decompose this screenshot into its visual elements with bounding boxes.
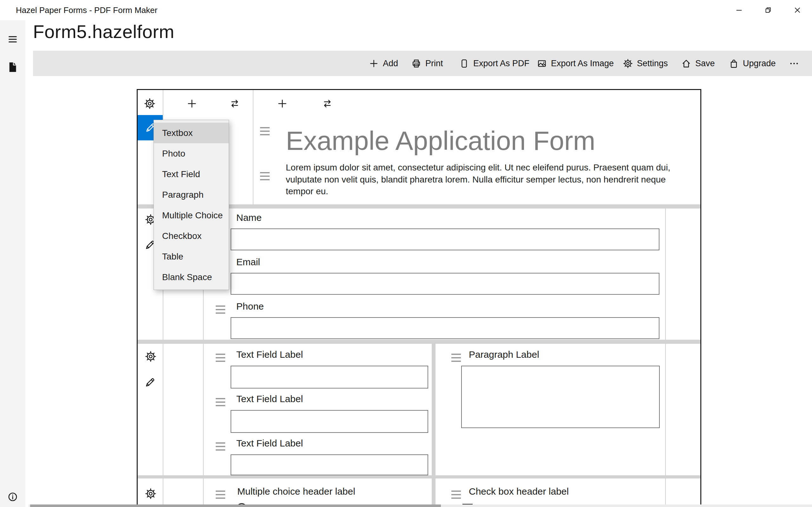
form-title-textbox[interactable]: Example Application Form	[286, 125, 595, 156]
upgrade-button[interactable]: Upgrade	[729, 51, 776, 76]
sidebar	[0, 20, 26, 507]
drag-handle[interactable]	[216, 398, 225, 406]
cell-divider	[665, 478, 666, 507]
section-settings-button[interactable]	[145, 351, 156, 362]
form-section-fields: Text Field Label Text Field Label Text F…	[138, 344, 700, 475]
plus-icon	[277, 98, 288, 109]
cell-divider	[163, 344, 163, 475]
cell-divider	[253, 90, 253, 205]
menu-item-text-field[interactable]: Text Field	[154, 164, 229, 184]
cell-divider	[665, 209, 666, 340]
close-icon	[794, 6, 801, 14]
text-field-box[interactable]	[231, 273, 659, 295]
sidebar-item-document[interactable]	[0, 56, 26, 78]
close-button[interactable]	[783, 0, 812, 20]
gear-icon	[623, 59, 633, 68]
text-field-box[interactable]	[231, 366, 428, 389]
section-settings-button[interactable]	[145, 488, 156, 499]
cell-divider	[665, 344, 666, 475]
sidebar-item-about[interactable]	[0, 486, 26, 507]
gear-icon	[145, 488, 156, 499]
hamburger-icon	[7, 34, 18, 45]
image-icon	[537, 59, 547, 68]
paragraph-field-box[interactable]	[461, 366, 660, 428]
gear-icon	[144, 98, 155, 109]
info-icon	[8, 492, 18, 502]
add-item-menu: Textbox Photo Text Field Paragraph Multi…	[154, 120, 229, 290]
add-button[interactable]: Add	[369, 51, 398, 76]
menu-item-blank-space[interactable]: Blank Space	[154, 267, 229, 287]
field-label[interactable]: Name	[236, 212, 262, 223]
save-button[interactable]: Save	[681, 51, 715, 76]
export-pdf-button-label: Export As PDF	[473, 59, 529, 68]
restore-icon	[764, 6, 772, 14]
section-settings-button[interactable]	[144, 98, 155, 109]
cell-divider	[203, 478, 204, 507]
swap-arrows-icon	[322, 98, 333, 109]
home-icon	[681, 59, 691, 68]
plus-icon	[187, 98, 197, 109]
hamburger-menu-button[interactable]	[0, 28, 26, 51]
field-label[interactable]: Text Field Label	[236, 349, 303, 360]
cell-divider	[203, 344, 204, 475]
reorder-column-button[interactable]	[229, 98, 240, 109]
add-item-button[interactable]	[277, 98, 288, 109]
document-icon	[459, 59, 469, 68]
field-label[interactable]: Email	[236, 257, 260, 268]
text-field-box[interactable]	[231, 317, 659, 339]
horizontal-scrollbar-thumb[interactable]	[30, 504, 441, 507]
printer-icon	[411, 59, 421, 68]
export-pdf-button[interactable]: Export As PDF	[459, 51, 529, 76]
checkbox-header-label[interactable]: Check box header label	[469, 486, 569, 497]
print-button-label: Print	[425, 59, 443, 68]
menu-item-photo[interactable]: Photo	[154, 143, 229, 164]
menu-item-table[interactable]: Table	[154, 246, 229, 267]
field-label[interactable]: Text Field Label	[236, 438, 303, 449]
minimize-button[interactable]	[724, 0, 754, 20]
text-field-box[interactable]	[231, 228, 659, 250]
more-options-button[interactable]	[789, 51, 799, 76]
drag-handle[interactable]	[260, 127, 270, 135]
pencil-icon	[145, 377, 155, 388]
ellipsis-icon	[789, 59, 799, 68]
gear-icon	[145, 351, 156, 362]
minimize-icon	[735, 6, 743, 14]
cell-divider	[163, 478, 163, 507]
settings-button-label: Settings	[637, 59, 668, 68]
drag-handle[interactable]	[260, 172, 270, 180]
document-icon	[7, 61, 19, 73]
field-label[interactable]: Text Field Label	[236, 394, 303, 404]
field-label[interactable]: Phone	[236, 301, 264, 312]
add-item-button[interactable]	[187, 98, 197, 109]
multiple-choice-header-label[interactable]: Multiple choice header label	[237, 486, 355, 497]
export-image-button[interactable]: Export As Image	[537, 51, 614, 76]
settings-button[interactable]: Settings	[623, 51, 668, 76]
text-field-box[interactable]	[231, 410, 428, 433]
form-section-choices: Multiple choice header label Radio butto…	[138, 478, 700, 507]
page-title: Form5.hazelform	[33, 21, 174, 42]
menu-item-multiple-choice[interactable]: Multiple Choice	[154, 205, 229, 226]
menu-item-textbox[interactable]: Textbox	[154, 123, 229, 143]
column-gap	[432, 478, 436, 507]
shopping-bag-icon	[729, 59, 739, 68]
maximize-button[interactable]	[754, 0, 783, 20]
drag-handle[interactable]	[216, 442, 225, 451]
section-edit-button[interactable]	[144, 377, 156, 388]
drag-handle[interactable]	[216, 305, 225, 314]
column-gap	[432, 344, 436, 475]
print-button[interactable]: Print	[411, 51, 443, 76]
drag-handle[interactable]	[451, 354, 461, 362]
menu-item-checkbox[interactable]: Checkbox	[154, 226, 229, 246]
drag-handle[interactable]	[216, 354, 225, 362]
menu-item-paragraph[interactable]: Paragraph	[154, 184, 229, 205]
field-label[interactable]: Paragraph Label	[469, 349, 539, 360]
reorder-column-button[interactable]	[322, 98, 333, 109]
window-titlebar: Hazel Paper Forms - PDF Form Maker	[0, 0, 812, 20]
form-paragraph-textbox[interactable]: Lorem ipsum dolor sit amet, consectetur …	[286, 162, 686, 198]
drag-handle[interactable]	[451, 491, 461, 499]
drag-handle[interactable]	[216, 491, 225, 499]
swap-arrows-icon	[229, 98, 240, 109]
export-image-button-label: Export As Image	[551, 59, 614, 68]
text-field-box[interactable]	[231, 454, 428, 475]
upgrade-button-label: Upgrade	[743, 59, 776, 68]
